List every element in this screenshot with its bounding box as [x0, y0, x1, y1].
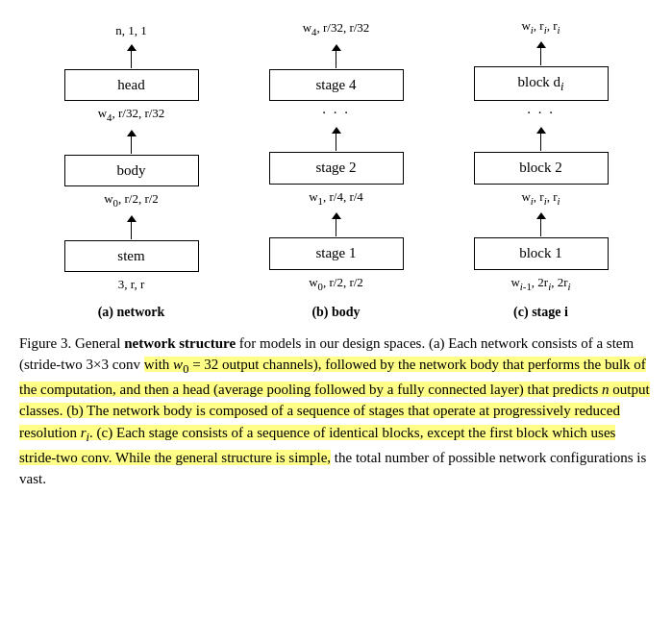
label-3-r-r: 3, r, r	[118, 276, 145, 294]
label-w0-r2-r2-body: w0, r/2, r/2	[309, 274, 363, 294]
col-stagei-top-label: wi, ri, ri	[521, 17, 560, 37]
box-head: head	[64, 69, 199, 102]
box-stage2: stage 2	[269, 152, 404, 185]
arrow-to-stem	[127, 215, 137, 239]
highlighted-text: with w0 = 32 output channels), followed …	[19, 357, 650, 465]
col-stage-i: wi, ri, ri block di · · · block 2 wi, ri…	[447, 17, 635, 323]
bold-network-structure: network structure	[124, 335, 236, 351]
figure-caption: Figure 3. General network structure for …	[19, 333, 653, 490]
label-w4-r32-r32-net: w4, r/32, r/32	[98, 105, 165, 125]
arrow-to-block1	[536, 212, 546, 236]
col-body-top-label: w4, r/32, r/32	[303, 19, 370, 39]
caption-network: (a) network	[98, 303, 165, 322]
box-stem: stem	[64, 240, 199, 273]
box-stage1: stage 1	[269, 237, 404, 270]
col-body: w4, r/32, r/32 stage 4 · · · stage 2 w1,…	[242, 19, 430, 322]
dots-stagei: · · ·	[527, 103, 555, 124]
label-wi-1-2ri-2ri: wi-1, 2ri, 2ri	[510, 274, 570, 294]
col-network: n, 1, 1 head w4, r/32, r/32 body w0, r/2…	[37, 22, 225, 323]
col-network-top-label: n, 1, 1	[115, 22, 147, 40]
arrow-to-head	[127, 44, 137, 68]
box-stage4: stage 4	[269, 69, 404, 102]
arrow-to-stage1	[332, 212, 341, 236]
dots-body: · · ·	[322, 103, 350, 124]
caption-body: (b) body	[311, 303, 360, 322]
box-block-di: block di	[474, 66, 609, 101]
figure-number: Figure 3.	[19, 335, 71, 351]
label-w0-r2-r2: w0, r/2, r/2	[104, 190, 159, 210]
arrow-to-stage4	[332, 44, 341, 68]
diagram-area: n, 1, 1 head w4, r/32, r/32 body w0, r/2…	[19, 17, 653, 323]
arrow-to-body	[127, 130, 137, 154]
box-block1: block 1	[474, 237, 609, 270]
label-w1-r4-r4: w1, r/4, r/4	[309, 188, 363, 209]
caption-stagei: (c) stage i	[513, 303, 568, 322]
box-block2: block 2	[474, 152, 609, 185]
box-body: body	[64, 155, 199, 187]
arrow-to-block2	[536, 127, 546, 151]
label-wi-ri-ri: wi, ri, ri	[521, 188, 560, 209]
arrow-to-blockdi	[536, 41, 546, 65]
arrow-to-stage2	[332, 127, 341, 151]
